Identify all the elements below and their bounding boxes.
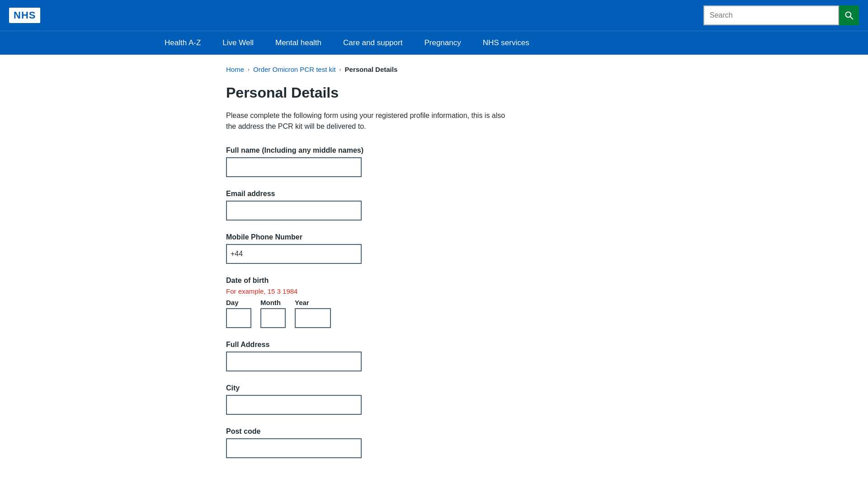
phone-label: Mobile Phone Number xyxy=(226,233,642,241)
search-icon xyxy=(844,11,854,20)
search-input[interactable] xyxy=(703,5,839,25)
city-input[interactable] xyxy=(226,395,362,415)
full-name-input[interactable] xyxy=(226,157,362,177)
address-label: Full Address xyxy=(226,341,642,349)
dob-fields: Day Month Year xyxy=(226,299,642,328)
breadcrumb-home[interactable]: Home xyxy=(226,66,244,73)
dob-month-field: Month xyxy=(260,299,286,328)
page-title: Personal Details xyxy=(226,84,642,101)
dob-hint: For example, 15 3 1984 xyxy=(226,287,642,295)
postcode-label: Post code xyxy=(226,427,642,436)
dob-day-label: Day xyxy=(226,299,251,306)
city-label: City xyxy=(226,384,642,392)
nav-item-mental-health[interactable]: Mental health xyxy=(264,31,332,55)
dob-year-input[interactable] xyxy=(295,308,331,328)
email-label: Email address xyxy=(226,190,642,198)
dob-day-field: Day xyxy=(226,299,251,328)
breadcrumb-separator-1: › xyxy=(248,66,250,73)
breadcrumb: Home › Order Omicron PCR test kit › Pers… xyxy=(226,66,642,73)
phone-group: Mobile Phone Number xyxy=(226,233,642,264)
postcode-group: Post code xyxy=(226,427,642,458)
breadcrumb-current: Personal Details xyxy=(345,66,398,73)
dob-day-input[interactable] xyxy=(226,308,251,328)
postcode-input[interactable] xyxy=(226,438,362,458)
search-container xyxy=(703,5,859,25)
dob-month-label: Month xyxy=(260,299,286,306)
email-input[interactable] xyxy=(226,201,362,221)
nav-item-live-well[interactable]: Live Well xyxy=(212,31,264,55)
main-content: Home › Order Omicron PCR test kit › Pers… xyxy=(217,55,651,488)
nav-item-pregnancy[interactable]: Pregnancy xyxy=(413,31,472,55)
full-name-label: Full name (Including any middle names) xyxy=(226,146,642,155)
full-name-group: Full name (Including any middle names) xyxy=(226,146,642,177)
dob-month-input[interactable] xyxy=(260,308,286,328)
breadcrumb-order[interactable]: Order Omicron PCR test kit xyxy=(253,66,336,73)
site-header: NHS xyxy=(0,0,868,31)
main-nav: Health A-Z Live Well Mental health Care … xyxy=(0,31,868,55)
nav-item-health-az[interactable]: Health A-Z xyxy=(154,31,212,55)
breadcrumb-separator-2: › xyxy=(340,66,341,73)
search-button[interactable] xyxy=(839,5,859,25)
nav-item-nhs-services[interactable]: NHS services xyxy=(472,31,540,55)
nav-item-care-support[interactable]: Care and support xyxy=(332,31,413,55)
dob-group: Date of birth For example, 15 3 1984 Day… xyxy=(226,277,642,328)
dob-year-label: Year xyxy=(295,299,331,306)
dob-year-field: Year xyxy=(295,299,331,328)
personal-details-form: Full name (Including any middle names) E… xyxy=(226,146,642,458)
email-group: Email address xyxy=(226,190,642,221)
city-group: City xyxy=(226,384,642,415)
svg-line-1 xyxy=(850,17,853,19)
address-group: Full Address xyxy=(226,341,642,371)
phone-input[interactable] xyxy=(226,244,362,264)
address-input[interactable] xyxy=(226,352,362,371)
form-description: Please complete the following form using… xyxy=(226,110,506,132)
dob-label: Date of birth xyxy=(226,277,642,285)
nhs-logo: NHS xyxy=(9,8,40,23)
